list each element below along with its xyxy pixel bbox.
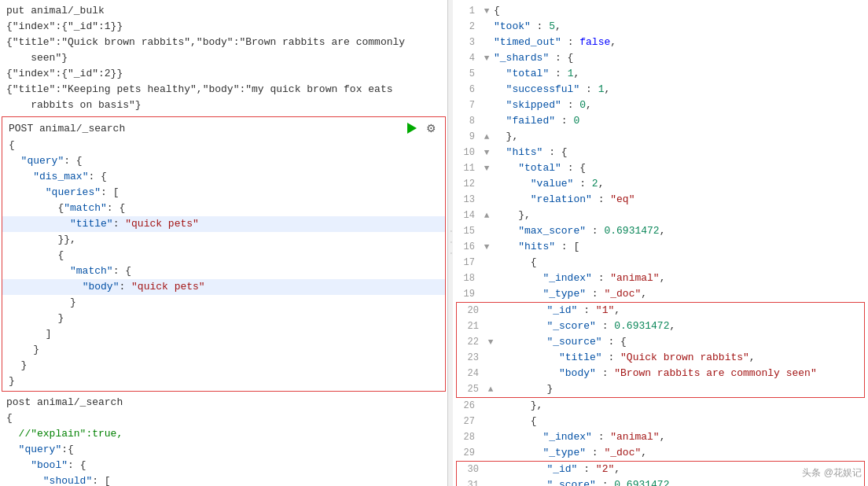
r-line-24: 24 "body" : "Brown rabbits are commonly …: [457, 366, 864, 381]
post-search-section: POST animal/_search ⚙ { "query": { "dis_…: [2, 116, 446, 392]
b1-line-2: "query": {: [2, 153, 445, 169]
b1-line-11: }: [2, 295, 445, 311]
r-line-30: 30 "_id" : "2",: [457, 462, 864, 477]
r-line-14: 14 ▲ },: [453, 208, 868, 223]
post2-bool: "bool": {: [0, 458, 447, 473]
b1-line-13: ]: [2, 326, 445, 342]
post2-open: {: [0, 411, 447, 426]
r-line-5: 5 "total" : 1,: [453, 66, 868, 82]
r-line-11: 11 ▼ "total" : {: [453, 160, 868, 176]
r-line-15: 15 "max_score" : 0.6931472,: [453, 223, 868, 239]
b1-line-12: }: [2, 311, 445, 326]
left-line-6: {"title":"Keeping pets healthy","body":"…: [0, 82, 447, 98]
r-line-22: 22 ▼ "_source" : {: [457, 334, 864, 350]
r-line-26: 26 },: [453, 398, 868, 414]
b1-line-15: }: [2, 358, 445, 374]
r-line-7: 7 "skipped" : 0,: [453, 98, 868, 113]
left-line-1: put animal/_bulk: [0, 3, 447, 19]
b1-line-1: {: [2, 138, 445, 153]
b1-line-14: }: [2, 342, 445, 358]
left-line-2: {"index":{"_id":1}}: [0, 19, 447, 35]
b1-line-9: "match": {: [2, 263, 445, 279]
r-line-31: 31 "_score" : 0.6931472,: [457, 477, 864, 486]
post2-should: "should": [: [0, 473, 447, 486]
b1-line-6: "title": "quick pets": [2, 216, 445, 232]
b1-line-3: "dis_max": {: [2, 169, 445, 185]
r-line-2: 2 "took" : 5,: [453, 19, 868, 35]
r-line-25: 25 ▲ }: [457, 381, 864, 397]
r-line-29: 29 "_type" : "_doc",: [453, 445, 868, 461]
r-line-6: 6 "successful" : 1,: [453, 82, 868, 98]
r-line-1: 1 ▼ {: [453, 3, 868, 19]
b1-line-7: }},: [2, 232, 445, 248]
r-line-16: 16 ▼ "hits" : [: [453, 239, 868, 255]
r-line-27: 27 {: [453, 414, 868, 429]
left-line-3: {"title":"Quick brown rabbits","body":"B…: [0, 35, 447, 50]
play-button[interactable]: [404, 120, 420, 136]
right-bordered-1: 20 "_id" : "1", 21 "_score" : 0.6931472,…: [456, 302, 865, 398]
right-bordered-2: 30 "_id" : "2", 31 "_score" : 0.6931472,…: [456, 461, 865, 486]
post-label: POST animal/_search: [9, 123, 404, 134]
r-line-21: 21 "_score" : 0.6931472,: [457, 318, 864, 334]
r-line-13: 13 "relation" : "eq": [453, 192, 868, 208]
r-line-19: 19 "_type" : "_doc",: [453, 286, 868, 302]
r-line-8: 8 "failed" : 0: [453, 113, 868, 129]
right-panel: 1 ▼ { 2 "took" : 5, 3 "timed_out" : fals…: [453, 0, 868, 486]
r-line-28: 28 "_index" : "animal",: [453, 429, 868, 445]
post2-label: post animal/_search: [0, 395, 447, 411]
b1-line-4: "queries": [: [2, 185, 445, 201]
r-line-10: 10 ▼ "hits" : {: [453, 145, 868, 160]
b1-line-8: {: [2, 248, 445, 263]
r-line-20: 20 "_id" : "1",: [457, 303, 864, 318]
r-line-3: 3 "timed_out" : false,: [453, 35, 868, 50]
settings-button[interactable]: ⚙: [423, 120, 439, 136]
r-line-18: 18 "_index" : "animal",: [453, 271, 868, 286]
left-panel: put animal/_bulk {"index":{"_id":1}} {"t…: [0, 0, 448, 486]
r-line-17: 17 {: [453, 255, 868, 271]
b1-line-10: "body": "quick pets": [2, 279, 445, 295]
r-line-12: 12 "value" : 2,: [453, 176, 868, 192]
left-line-4: seen"}: [0, 50, 447, 66]
post2-query: "query":{: [0, 442, 447, 458]
r-line-9: 9 ▲ },: [453, 129, 868, 145]
play-icon: [407, 123, 417, 134]
post-toolbar: POST animal/_search ⚙: [2, 119, 445, 138]
r-line-4: 4 ▼ "_shards" : {: [453, 50, 868, 66]
r-line-23: 23 "title" : "Quick brown rabbits",: [457, 350, 864, 366]
b1-line-16: }: [2, 374, 445, 389]
post2-explain: //"explain":true,: [0, 426, 447, 442]
b1-line-5: {"match": {: [2, 201, 445, 216]
left-line-5: {"index":{"_id":2}}: [0, 66, 447, 82]
left-line-7: rabbits on basis"}: [0, 98, 447, 113]
